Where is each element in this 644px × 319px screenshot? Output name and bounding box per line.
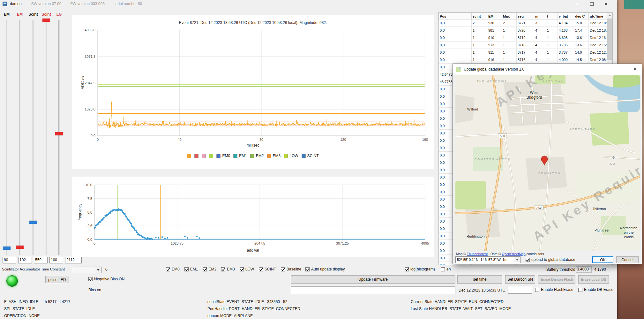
filter-checkbox-scint[interactable]: SCINT (259, 267, 276, 271)
filter-checkbox-baseline[interactable]: Baseline (281, 267, 301, 271)
status-led (6, 275, 18, 287)
set-darcon-sn-button[interactable]: Set Darcon SN (505, 275, 535, 284)
minimize-icon (576, 4, 579, 4)
legend-label: EM3 (273, 154, 281, 158)
legend-item-em1[interactable]: EM1 (233, 154, 247, 158)
legend-item-scint[interactable]: SCINT (302, 154, 319, 158)
column-header-v_bat[interactable]: v_bat (558, 13, 574, 19)
coordinates-dropdown[interactable]: 52° 55' 0.1" N, 1° 6' 57.8" W, 1m (455, 256, 520, 263)
svg-text:2.5: 2.5 (87, 224, 92, 228)
set-time-button[interactable]: set time (457, 275, 502, 284)
column-header-max[interactable]: Max (502, 13, 517, 19)
table-row[interactable]: 0,0293028721314.19415.0Dec 12 18:53:26 2… (439, 19, 613, 27)
map-label-west: West (530, 90, 539, 95)
svg-text:10.0: 10.0 (86, 183, 92, 187)
dialog-close-button[interactable] (628, 64, 642, 74)
slider-handle[interactable] (29, 221, 37, 224)
filter-checkbox-em2[interactable]: EM2 (203, 267, 216, 271)
column-header-deg-c[interactable]: deg C (574, 13, 589, 19)
screen: darcon SW version 07.00 FW version 003.0… (0, 0, 644, 319)
erase-darcon-flash-button[interactable]: Erase Darcon Flash (538, 275, 575, 284)
close-button[interactable] (599, 0, 613, 8)
threshold-value-input[interactable]: 2112 (65, 257, 82, 263)
negative-bias-checkbox[interactable]: Negative Bias ON (88, 277, 124, 281)
openstreetmap-link[interactable]: OpenStreetMap (502, 252, 526, 256)
threshold-value-input[interactable]: 80 (3, 257, 16, 263)
table-row[interactable]: 0,0191618716414.00014.5Dec 12 08:19:07 2… (439, 56, 613, 64)
scroll-up-button[interactable] (607, 13, 612, 18)
checkbox-icon (184, 267, 189, 271)
table-row[interactable]: 0,0198118720414.16817.4Dec 12 18:03:48 2… (439, 27, 613, 34)
legend-swatch (194, 154, 198, 158)
column-header-t[interactable]: t (546, 13, 558, 19)
ok-button[interactable]: OK (592, 256, 613, 263)
event-chart-panel: Event 8721. Dec 12 2023 18:53:26 UTC (De… (72, 15, 434, 169)
column-header-scint[interactable]: scint (472, 13, 487, 19)
slider-em-1: EM (14, 9, 25, 257)
auto-update-checkbox[interactable]: Auto update display (305, 267, 345, 271)
slider-track[interactable] (19, 20, 20, 255)
histogram-ylabel: frequency (78, 186, 82, 238)
legend-item-em3[interactable]: EM3 (267, 154, 281, 158)
legend-item-low[interactable]: LOW (284, 154, 298, 158)
map-label-tollerton: Tollerton (593, 207, 606, 211)
filter-checkbox-low[interactable]: LOW (240, 267, 254, 271)
slider-track[interactable] (33, 20, 34, 255)
threshold-values: 801025591002112 (3, 257, 82, 263)
time-constant-dropdown[interactable] (73, 267, 101, 273)
erase-local-db-button[interactable]: Erase Local DB (578, 275, 609, 284)
legend-swatch (216, 154, 221, 158)
enable-dberase-checkbox[interactable]: Enable DB Erase (578, 287, 613, 292)
airport-icon: ✈ (612, 155, 616, 160)
maximize-button[interactable] (585, 0, 599, 8)
legend-label: EM1 (239, 154, 247, 158)
update-firmware-button[interactable]: Update Firmware (291, 275, 455, 284)
enable-flasherase-checkbox[interactable]: Enable FlashErase (535, 287, 573, 292)
sn-input[interactable] (508, 287, 532, 294)
upload-checkbox[interactable]: upload to global database (526, 257, 575, 262)
scrollbar-thumb[interactable] (607, 19, 612, 60)
slider-track[interactable] (46, 20, 47, 255)
svg-text:40: 40 (177, 138, 181, 141)
filter-checkbox-em0[interactable]: EM0 (166, 267, 180, 271)
time-constant-value: 0 (105, 267, 108, 272)
filter-checkbox-em1[interactable]: EM1 (184, 267, 198, 271)
map[interactable]: A60 A52 API Key Required API Key Require… (455, 75, 640, 251)
filter-checkbox-em3[interactable]: EM3 (221, 267, 235, 271)
cancel-button[interactable]: Cancel (616, 256, 639, 263)
legend-label: EM0 (222, 154, 230, 158)
log-histogram-checkbox[interactable]: log(histogram) (405, 267, 435, 271)
threshold-value-input[interactable]: 100 (49, 257, 63, 263)
slider-track[interactable] (58, 20, 60, 255)
slider-handle[interactable] (42, 19, 50, 22)
svg-text:4095: 4095 (421, 241, 429, 245)
slider-label: Scint (41, 12, 52, 17)
thunderforest-link[interactable]: Thunderforest (467, 252, 488, 256)
dialog-titlebar: Update global database Version 1.0 (453, 64, 642, 75)
map-svg: A60 A52 API Key Required API Key Require… (455, 75, 640, 251)
slider-handle[interactable] (3, 247, 11, 250)
en-checkbox[interactable]: en (441, 267, 451, 271)
legend-item-em2[interactable]: EM2 (250, 154, 264, 158)
column-header-seq[interactable]: seq (517, 13, 534, 19)
map-icon (456, 67, 461, 72)
minimize-button[interactable] (571, 0, 585, 8)
column-header-em[interactable]: EM (487, 13, 502, 19)
checkbox-icon (281, 267, 285, 271)
threshold-value-input[interactable]: 559 (34, 257, 48, 263)
table-row[interactable]: 0,0191018719413.69313.6Dec 12 16:13:38 2… (439, 34, 613, 42)
table-row[interactable]: 0,0191118717413.78714.0Dec 12 12:56:54 2… (439, 49, 613, 56)
column-header-pos[interactable]: Pos (439, 13, 472, 19)
slider-handle[interactable] (55, 132, 63, 135)
pulse-led-button[interactable]: pulse LED (45, 276, 69, 283)
threshold-value-input[interactable]: 102 (18, 257, 32, 263)
svg-text:0: 0 (97, 138, 99, 141)
map-label-edwalton: EDWALTON (538, 172, 561, 175)
time-constant-label: Scintillator Accumulator Time Constant (2, 267, 65, 271)
table-row[interactable]: 0,0191318718413.70513.6Dec 12 15:48:58 2… (439, 42, 613, 49)
legend-item-em0[interactable]: EM0 (216, 154, 230, 158)
slider-track[interactable] (6, 20, 7, 255)
column-header-m[interactable]: m (534, 13, 546, 19)
slider-handle[interactable] (16, 246, 24, 249)
battery-threshold-input[interactable]: 3.4000 (576, 266, 592, 273)
